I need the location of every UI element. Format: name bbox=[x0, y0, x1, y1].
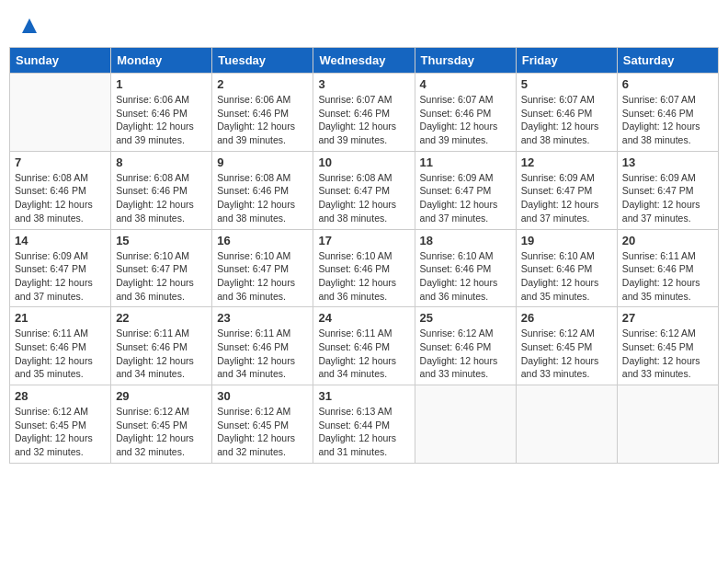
calendar-week-row: 28Sunrise: 6:12 AM Sunset: 6:45 PM Dayli… bbox=[10, 385, 719, 464]
calendar-cell: 13Sunrise: 6:09 AM Sunset: 6:47 PM Dayli… bbox=[617, 151, 718, 229]
calendar-cell: 14Sunrise: 6:09 AM Sunset: 6:47 PM Dayli… bbox=[10, 229, 111, 307]
day-info: Sunrise: 6:10 AM Sunset: 6:46 PM Dayligh… bbox=[521, 249, 612, 304]
page-header bbox=[9, 9, 719, 43]
logo-icon bbox=[20, 17, 39, 35]
day-info: Sunrise: 6:09 AM Sunset: 6:47 PM Dayligh… bbox=[521, 171, 612, 225]
day-info: Sunrise: 6:12 AM Sunset: 6:45 PM Dayligh… bbox=[217, 405, 308, 459]
day-number: 17 bbox=[318, 234, 409, 247]
calendar-cell: 6Sunrise: 6:07 AM Sunset: 6:46 PM Daylig… bbox=[617, 74, 718, 152]
day-number: 29 bbox=[116, 389, 207, 403]
calendar-header-row: SundayMondayTuesdayWednesdayThursdayFrid… bbox=[10, 48, 719, 74]
calendar-cell: 29Sunrise: 6:12 AM Sunset: 6:45 PM Dayli… bbox=[111, 385, 212, 464]
day-number: 12 bbox=[521, 155, 612, 169]
day-info: Sunrise: 6:10 AM Sunset: 6:47 PM Dayligh… bbox=[116, 249, 207, 304]
day-info: Sunrise: 6:11 AM Sunset: 6:46 PM Dayligh… bbox=[217, 327, 308, 381]
calendar-cell: 12Sunrise: 6:09 AM Sunset: 6:47 PM Dayli… bbox=[516, 151, 617, 229]
day-info: Sunrise: 6:07 AM Sunset: 6:46 PM Dayligh… bbox=[521, 93, 612, 147]
weekday-header-friday: Friday bbox=[516, 48, 617, 74]
day-number: 11 bbox=[420, 155, 511, 169]
calendar-cell bbox=[617, 385, 718, 464]
day-number: 19 bbox=[521, 234, 612, 247]
weekday-header-tuesday: Tuesday bbox=[212, 48, 313, 74]
day-number: 1 bbox=[116, 77, 207, 91]
calendar-week-row: 1Sunrise: 6:06 AM Sunset: 6:46 PM Daylig… bbox=[10, 74, 719, 152]
calendar-cell bbox=[516, 385, 617, 464]
day-info: Sunrise: 6:12 AM Sunset: 6:45 PM Dayligh… bbox=[521, 327, 612, 381]
day-info: Sunrise: 6:11 AM Sunset: 6:46 PM Dayligh… bbox=[622, 249, 713, 304]
day-number: 26 bbox=[521, 311, 612, 325]
day-number: 21 bbox=[15, 311, 106, 325]
weekday-header-saturday: Saturday bbox=[617, 48, 718, 74]
calendar-cell bbox=[10, 74, 111, 152]
day-info: Sunrise: 6:12 AM Sunset: 6:46 PM Dayligh… bbox=[420, 327, 511, 381]
day-number: 14 bbox=[15, 234, 106, 247]
day-info: Sunrise: 6:10 AM Sunset: 6:46 PM Dayligh… bbox=[420, 249, 511, 304]
day-number: 27 bbox=[622, 311, 713, 325]
day-info: Sunrise: 6:12 AM Sunset: 6:45 PM Dayligh… bbox=[116, 405, 207, 459]
day-info: Sunrise: 6:09 AM Sunset: 6:47 PM Dayligh… bbox=[15, 249, 106, 304]
day-number: 2 bbox=[217, 77, 308, 91]
day-info: Sunrise: 6:07 AM Sunset: 6:46 PM Dayligh… bbox=[622, 93, 713, 147]
calendar-cell: 18Sunrise: 6:10 AM Sunset: 6:46 PM Dayli… bbox=[415, 229, 516, 307]
calendar-cell: 22Sunrise: 6:11 AM Sunset: 6:46 PM Dayli… bbox=[111, 307, 212, 385]
day-info: Sunrise: 6:08 AM Sunset: 6:46 PM Dayligh… bbox=[116, 171, 207, 225]
calendar-cell bbox=[415, 385, 516, 464]
day-number: 31 bbox=[318, 389, 409, 403]
day-info: Sunrise: 6:08 AM Sunset: 6:47 PM Dayligh… bbox=[318, 171, 409, 225]
day-info: Sunrise: 6:12 AM Sunset: 6:45 PM Dayligh… bbox=[622, 327, 713, 381]
calendar-week-row: 7Sunrise: 6:08 AM Sunset: 6:46 PM Daylig… bbox=[10, 151, 719, 229]
calendar-cell: 27Sunrise: 6:12 AM Sunset: 6:45 PM Dayli… bbox=[617, 307, 718, 385]
day-info: Sunrise: 6:11 AM Sunset: 6:46 PM Dayligh… bbox=[116, 327, 207, 381]
day-number: 4 bbox=[420, 77, 511, 91]
calendar-cell: 26Sunrise: 6:12 AM Sunset: 6:45 PM Dayli… bbox=[516, 307, 617, 385]
calendar-cell: 2Sunrise: 6:06 AM Sunset: 6:46 PM Daylig… bbox=[212, 74, 313, 152]
day-info: Sunrise: 6:07 AM Sunset: 6:46 PM Dayligh… bbox=[420, 93, 511, 147]
day-number: 13 bbox=[622, 155, 713, 169]
day-info: Sunrise: 6:10 AM Sunset: 6:47 PM Dayligh… bbox=[217, 249, 308, 304]
calendar-cell: 9Sunrise: 6:08 AM Sunset: 6:46 PM Daylig… bbox=[212, 151, 313, 229]
day-info: Sunrise: 6:06 AM Sunset: 6:46 PM Dayligh… bbox=[116, 93, 207, 147]
svg-marker-0 bbox=[22, 18, 37, 33]
day-info: Sunrise: 6:13 AM Sunset: 6:44 PM Dayligh… bbox=[318, 405, 409, 459]
day-number: 23 bbox=[217, 311, 308, 325]
day-info: Sunrise: 6:09 AM Sunset: 6:47 PM Dayligh… bbox=[420, 171, 511, 225]
day-info: Sunrise: 6:08 AM Sunset: 6:46 PM Dayligh… bbox=[217, 171, 308, 225]
weekday-header-wednesday: Wednesday bbox=[313, 48, 415, 74]
day-info: Sunrise: 6:07 AM Sunset: 6:46 PM Dayligh… bbox=[318, 93, 409, 147]
day-number: 3 bbox=[318, 77, 409, 91]
day-number: 15 bbox=[116, 234, 207, 247]
calendar-cell: 28Sunrise: 6:12 AM Sunset: 6:45 PM Dayli… bbox=[10, 385, 111, 464]
day-info: Sunrise: 6:12 AM Sunset: 6:45 PM Dayligh… bbox=[15, 405, 106, 459]
calendar-cell: 8Sunrise: 6:08 AM Sunset: 6:46 PM Daylig… bbox=[111, 151, 212, 229]
calendar-cell: 11Sunrise: 6:09 AM Sunset: 6:47 PM Dayli… bbox=[415, 151, 516, 229]
logo bbox=[18, 17, 39, 40]
calendar-cell: 24Sunrise: 6:11 AM Sunset: 6:46 PM Dayli… bbox=[313, 307, 415, 385]
calendar-cell: 3Sunrise: 6:07 AM Sunset: 6:46 PM Daylig… bbox=[313, 74, 415, 152]
calendar-cell: 20Sunrise: 6:11 AM Sunset: 6:46 PM Dayli… bbox=[617, 229, 718, 307]
day-info: Sunrise: 6:10 AM Sunset: 6:46 PM Dayligh… bbox=[318, 249, 409, 304]
calendar-cell: 4Sunrise: 6:07 AM Sunset: 6:46 PM Daylig… bbox=[415, 74, 516, 152]
calendar-cell: 23Sunrise: 6:11 AM Sunset: 6:46 PM Dayli… bbox=[212, 307, 313, 385]
calendar-cell: 19Sunrise: 6:10 AM Sunset: 6:46 PM Dayli… bbox=[516, 229, 617, 307]
day-number: 18 bbox=[420, 234, 511, 247]
weekday-header-monday: Monday bbox=[111, 48, 212, 74]
day-number: 16 bbox=[217, 234, 308, 247]
day-number: 22 bbox=[116, 311, 207, 325]
day-number: 7 bbox=[15, 155, 106, 169]
calendar-table: SundayMondayTuesdayWednesdayThursdayFrid… bbox=[9, 47, 719, 464]
day-info: Sunrise: 6:11 AM Sunset: 6:46 PM Dayligh… bbox=[15, 327, 106, 381]
calendar-cell: 25Sunrise: 6:12 AM Sunset: 6:46 PM Dayli… bbox=[415, 307, 516, 385]
calendar-cell: 1Sunrise: 6:06 AM Sunset: 6:46 PM Daylig… bbox=[111, 74, 212, 152]
day-number: 10 bbox=[318, 155, 409, 169]
weekday-header-sunday: Sunday bbox=[10, 48, 111, 74]
calendar-cell: 10Sunrise: 6:08 AM Sunset: 6:47 PM Dayli… bbox=[313, 151, 415, 229]
calendar-cell: 7Sunrise: 6:08 AM Sunset: 6:46 PM Daylig… bbox=[10, 151, 111, 229]
calendar-cell: 17Sunrise: 6:10 AM Sunset: 6:46 PM Dayli… bbox=[313, 229, 415, 307]
day-number: 24 bbox=[318, 311, 409, 325]
weekday-header-thursday: Thursday bbox=[415, 48, 516, 74]
calendar-week-row: 21Sunrise: 6:11 AM Sunset: 6:46 PM Dayli… bbox=[10, 307, 719, 385]
calendar-cell: 30Sunrise: 6:12 AM Sunset: 6:45 PM Dayli… bbox=[212, 385, 313, 464]
calendar-body: 1Sunrise: 6:06 AM Sunset: 6:46 PM Daylig… bbox=[10, 74, 719, 464]
day-info: Sunrise: 6:08 AM Sunset: 6:46 PM Dayligh… bbox=[15, 171, 106, 225]
day-number: 28 bbox=[15, 389, 106, 403]
